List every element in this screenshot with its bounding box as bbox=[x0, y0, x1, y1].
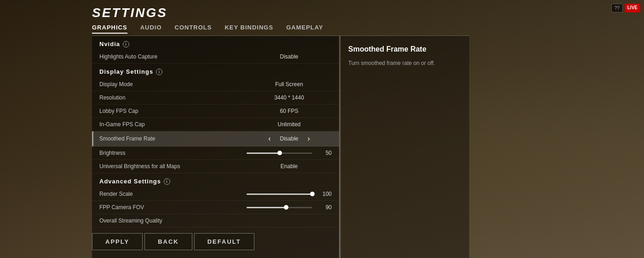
live-badge: LIVE bbox=[625, 4, 640, 12]
ingame-fps-value[interactable]: Unlimited bbox=[247, 121, 332, 128]
advanced-info-icon[interactable]: i bbox=[164, 178, 170, 185]
fpp-fov-value: 90 bbox=[318, 204, 332, 211]
info-panel-description: Turn smoothed frame rate on or off. bbox=[348, 59, 462, 67]
fpp-fov-slider-container: 90 bbox=[247, 204, 332, 211]
default-button[interactable]: DEFAULT bbox=[194, 233, 254, 250]
ingame-fps-label: In-Game FPS Cap bbox=[99, 121, 247, 128]
rank-badge: ?? bbox=[611, 4, 623, 12]
tab-keybindings[interactable]: KEY BINDINGS bbox=[224, 24, 273, 34]
tab-graphics[interactable]: GRAPHICS bbox=[92, 24, 127, 34]
row-display-mode: Display Mode Full Screen bbox=[92, 78, 339, 91]
row-overall-streaming: Overall Streaming Quality bbox=[92, 214, 339, 228]
row-fpp-camera-fov: FPP Camera FOV 90 bbox=[92, 201, 339, 214]
display-mode-value[interactable]: Full Screen bbox=[247, 81, 332, 88]
brightness-slider-value: 50 bbox=[318, 150, 332, 156]
fpp-fov-slider-track[interactable] bbox=[247, 207, 312, 208]
display-mode-label: Display Mode bbox=[99, 81, 247, 88]
section-advanced-label: Advanced Settings bbox=[99, 178, 161, 185]
row-ingame-fps: In-Game FPS Cap Unlimited bbox=[92, 118, 339, 131]
info-panel-title: Smoothed Frame Rate bbox=[348, 45, 462, 53]
render-scale-value: 100 bbox=[318, 191, 332, 197]
resolution-label: Resolution bbox=[99, 94, 247, 101]
highlights-value[interactable]: Disable bbox=[247, 53, 332, 60]
section-display-label: Display Settings bbox=[99, 68, 153, 75]
brightness-slider-thumb[interactable] bbox=[277, 151, 282, 155]
bottom-bar: APPLY BACK DEFAULT bbox=[92, 230, 469, 258]
render-scale-slider-track[interactable] bbox=[247, 194, 312, 195]
display-info-icon[interactable]: i bbox=[156, 69, 162, 75]
render-scale-slider-container: 100 bbox=[247, 191, 332, 197]
row-brightness: Brightness 50 bbox=[92, 147, 339, 160]
row-universal-brightness: Universal Brightness for all Maps Enable bbox=[92, 160, 339, 173]
tab-controls[interactable]: CONTROLS bbox=[175, 24, 212, 34]
row-resolution: Resolution 3440 * 1440 bbox=[92, 91, 339, 105]
apply-button[interactable]: APPLY bbox=[92, 233, 143, 250]
section-display: Display Settings i bbox=[92, 64, 339, 78]
brightness-slider-container: 50 bbox=[247, 150, 332, 156]
render-scale-label: Render Scale bbox=[99, 191, 247, 197]
smoothed-left-arrow[interactable]: ‹ bbox=[266, 135, 272, 143]
tab-gameplay[interactable]: GAMEPLAY bbox=[286, 24, 323, 34]
back-button[interactable]: BACK bbox=[144, 233, 192, 250]
smoothed-frame-rate-control: ‹ Disable › bbox=[247, 135, 332, 143]
content-wrapper: Nvidia i Highlights Auto Capture Disable… bbox=[92, 36, 469, 258]
fpp-fov-slider-thumb[interactable] bbox=[284, 205, 288, 210]
settings-panel: SETTINGS GRAPHICS AUDIO CONTROLS KEY BIN… bbox=[92, 0, 469, 258]
render-scale-slider-thumb[interactable] bbox=[310, 192, 315, 196]
top-badge-area: ?? LIVE bbox=[611, 4, 640, 12]
row-smoothed-frame-rate: Smoothed Frame Rate ‹ Disable › bbox=[92, 131, 339, 147]
fpp-camera-fov-label: FPP Camera FOV bbox=[99, 204, 247, 211]
render-scale-slider-fill bbox=[247, 194, 312, 195]
tab-audio[interactable]: AUDIO bbox=[140, 24, 162, 34]
info-panel: Smoothed Frame Rate Turn smoothed frame … bbox=[340, 36, 469, 258]
row-render-scale: Render Scale 100 bbox=[92, 188, 339, 201]
section-advanced: Advanced Settings i bbox=[92, 173, 339, 188]
highlights-label: Highlights Auto Capture bbox=[99, 53, 247, 60]
resolution-value[interactable]: 3440 * 1440 bbox=[247, 94, 332, 101]
universal-brightness-value[interactable]: Enable bbox=[247, 163, 332, 170]
universal-brightness-label: Universal Brightness for all Maps bbox=[99, 163, 247, 170]
brightness-slider-track[interactable] bbox=[247, 152, 312, 154]
smoothed-frame-rate-value: Disable bbox=[280, 135, 298, 142]
lobby-fps-label: Lobby FPS Cap bbox=[99, 108, 247, 114]
brightness-slider-fill bbox=[247, 152, 280, 154]
settings-list: Nvidia i Highlights Auto Capture Disable… bbox=[92, 36, 339, 258]
scroll-divider bbox=[339, 36, 340, 258]
section-nvidia-label: Nvidia bbox=[99, 41, 120, 47]
tabs-row: GRAPHICS AUDIO CONTROLS KEY BINDINGS GAM… bbox=[92, 24, 469, 36]
smoothed-frame-rate-label: Smoothed Frame Rate bbox=[99, 135, 247, 142]
row-lobby-fps: Lobby FPS Cap 60 FPS bbox=[92, 105, 339, 118]
fpp-fov-slider-fill bbox=[247, 207, 286, 208]
brightness-label: Brightness bbox=[99, 150, 247, 156]
settings-title: SETTINGS bbox=[92, 6, 469, 24]
section-nvidia: Nvidia i bbox=[92, 36, 339, 50]
overall-streaming-label: Overall Streaming Quality bbox=[99, 217, 247, 224]
smoothed-right-arrow[interactable]: › bbox=[306, 135, 312, 143]
row-highlights-auto-capture: Highlights Auto Capture Disable bbox=[92, 50, 339, 64]
lobby-fps-value[interactable]: 60 FPS bbox=[247, 108, 332, 114]
nvidia-info-icon[interactable]: i bbox=[123, 41, 129, 47]
